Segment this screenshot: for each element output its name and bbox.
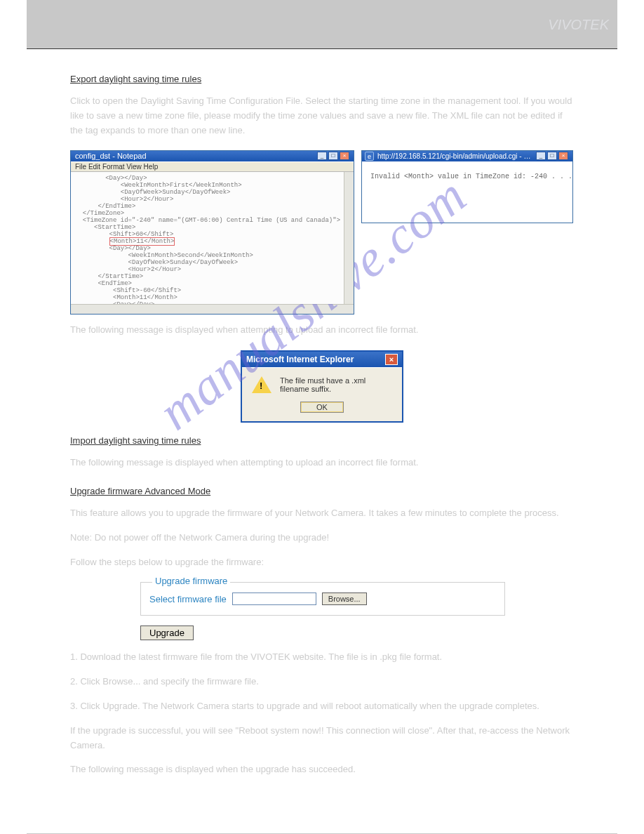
section-upgrade-p3: Follow the steps below to upgrade the fi… xyxy=(70,555,574,570)
ie-icon: e xyxy=(365,152,374,161)
alert-title-text: Microsoft Internet Explorer xyxy=(246,355,354,364)
firmware-file-input[interactable] xyxy=(232,593,316,605)
code-post: <Day></Day> <WeekInMonth>Second</WeekInM… xyxy=(75,245,276,304)
alert-close-icon[interactable]: × xyxy=(385,354,398,365)
notepad-window: config_dst - Notepad _ □ × File Edit For… xyxy=(70,150,354,315)
warning-icon xyxy=(252,376,271,393)
section-upgrade-heading: Upgrade firmware Advanced Mode xyxy=(70,486,574,496)
section-export-p2: The following message is displayed when … xyxy=(70,323,574,338)
maximize-icon[interactable]: □ xyxy=(328,152,338,160)
notepad-title-text: config_dst - Notepad xyxy=(75,152,147,160)
notepad-body: <Day></Day> <WeekInMonth>First</WeekInMo… xyxy=(71,172,354,304)
alert-body: The file must have a .xml filename suffi… xyxy=(242,367,402,402)
alert-buttons: OK xyxy=(242,402,402,421)
upgrade-button[interactable]: Upgrade xyxy=(140,626,194,640)
figure-row: config_dst - Notepad _ □ × File Edit For… xyxy=(70,150,574,315)
alert-dialog: Microsoft Internet Explorer × The file m… xyxy=(241,350,403,423)
step-1: 1. Download the latest firmware file fro… xyxy=(70,650,574,665)
window-controls: _ □ × xyxy=(317,152,349,160)
upgrade-figure: Upgrade firmware Select firmware file Br… xyxy=(70,582,574,640)
fieldset-legend: Upgrade firmware xyxy=(152,576,230,586)
notepad-menubar[interactable]: File Edit Format View Help xyxy=(71,161,354,172)
close-icon[interactable]: × xyxy=(340,152,349,160)
firmware-label: Select firmware file xyxy=(149,594,227,604)
page-content: manualshive.com Export daylight saving t… xyxy=(0,49,644,805)
firmware-row: Select firmware file Browse... xyxy=(149,593,496,605)
ie-titlebar: e http://192.168.5.121/cgi-bin/admin/upl… xyxy=(362,151,572,161)
section-upgrade-note: Note: Do not power off the Network Camer… xyxy=(70,531,574,545)
step-2: 2. Click Browse... and specify the firmw… xyxy=(70,675,574,689)
alert-message: The file must have a .xml filename suffi… xyxy=(280,376,392,393)
ie-close-icon[interactable]: × xyxy=(558,152,568,160)
ie-window-controls: _ □ × xyxy=(536,152,568,160)
page-header: VIVOTEK xyxy=(27,0,617,49)
note-1: If the upgrade is successful, you will s… xyxy=(70,724,574,753)
section-upgrade-p1: This feature allows you to upgrade the f… xyxy=(70,506,574,521)
ie-error-window: e http://192.168.5.121/cgi-bin/admin/upl… xyxy=(361,150,573,223)
ie-title-text: http://192.168.5.121/cgi-bin/admin/uploa… xyxy=(377,152,536,160)
section-export-heading: Export daylight saving time rules xyxy=(70,74,574,84)
section-export-p1: Click to open the Daylight Saving Time C… xyxy=(70,94,574,138)
alert-titlebar: Microsoft Internet Explorer × xyxy=(242,352,402,367)
ok-button[interactable]: OK xyxy=(300,402,344,413)
ie-error-body: Invalid <Month> value in TimeZone id: -2… xyxy=(362,161,572,223)
scrollbar-vertical[interactable] xyxy=(344,172,354,304)
brand-title: VIVOTEK xyxy=(548,17,609,33)
ie-maximize-icon[interactable]: □ xyxy=(547,152,557,160)
notepad-titlebar: config_dst - Notepad _ □ × xyxy=(71,151,354,161)
section-import-p: The following message is displayed when … xyxy=(70,456,574,470)
browse-button[interactable]: Browse... xyxy=(322,593,367,605)
code-pre: <Day></Day> <WeekInMonth>First</WeekInMo… xyxy=(75,175,340,245)
scrollbar-horizontal[interactable] xyxy=(71,304,354,314)
minimize-icon[interactable]: _ xyxy=(317,152,327,160)
step-3: 3. Click Upgrade. The Network Camera sta… xyxy=(70,699,574,714)
upgrade-fieldset: Upgrade firmware Select firmware file Br… xyxy=(140,582,505,616)
ie-minimize-icon[interactable]: _ xyxy=(536,152,546,160)
note-2: The following message is displayed when … xyxy=(70,762,574,777)
section-import-heading: Import daylight saving time rules xyxy=(70,435,574,446)
